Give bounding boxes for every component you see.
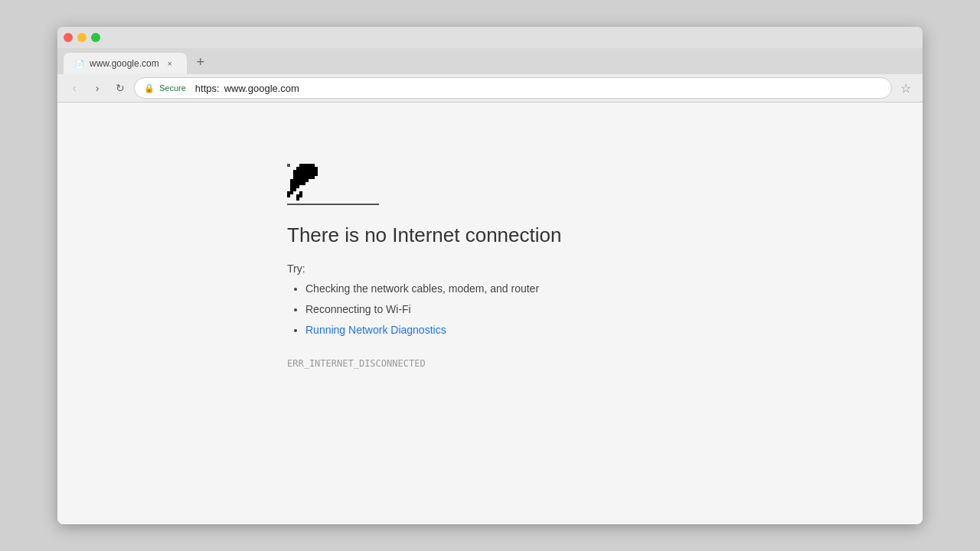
maximize-window-button[interactable] <box>91 33 100 42</box>
tab-title: www.google.com <box>90 58 159 69</box>
suggestions-list: Checking the network cables, modem, and … <box>287 281 539 343</box>
dino-icon <box>287 164 333 202</box>
reload-button[interactable]: ↻ <box>111 79 129 97</box>
address-bar-area: ‹ › ↻ 🔒 Secure https: www.google.com ☆ <box>57 74 923 103</box>
list-item: Reconnecting to Wi-Fi <box>305 302 539 318</box>
run-diagnostics-link[interactable]: Running Network Diagnostics <box>305 324 446 336</box>
dino-pixel-art <box>287 164 290 167</box>
list-item: Running Network Diagnostics <box>305 322 539 338</box>
back-button[interactable]: ‹ <box>65 79 83 97</box>
tab-bar: 📄 www.google.com × + <box>57 48 923 74</box>
title-bar <box>57 27 923 48</box>
error-code: ERR_INTERNET_DISCONNECTED <box>287 358 426 369</box>
browser-tab[interactable]: 📄 www.google.com × <box>64 53 187 74</box>
suggestion-wifi: Reconnecting to Wi-Fi <box>305 303 411 315</box>
suggestion-cables: Checking the network cables, modem, and … <box>305 282 539 295</box>
dino-container <box>287 164 379 205</box>
back-icon: ‹ <box>73 82 77 94</box>
close-tab-button[interactable]: × <box>164 57 176 70</box>
url-prefix: https: <box>195 83 220 94</box>
forward-button[interactable]: › <box>88 79 106 97</box>
try-label: Try: <box>287 262 305 275</box>
bookmark-button[interactable]: ☆ <box>897 79 915 97</box>
reload-icon: ↻ <box>116 82 125 94</box>
bookmark-icon: ☆ <box>900 81 911 96</box>
list-item: Checking the network cables, modem, and … <box>305 281 539 297</box>
forward-icon: › <box>96 82 100 94</box>
new-tab-icon: + <box>196 54 204 70</box>
tab-favicon-icon: 📄 <box>74 58 85 69</box>
error-page: There is no Internet connection Try: Che… <box>57 103 923 524</box>
new-tab-button[interactable]: + <box>190 51 211 73</box>
browser-window: 📄 www.google.com × + ‹ › ↻ 🔒 Secure http… <box>57 27 923 524</box>
address-bar[interactable]: 🔒 Secure https: www.google.com <box>134 77 892 99</box>
ground-line <box>287 204 379 205</box>
minimize-window-button[interactable] <box>77 33 87 42</box>
window-controls <box>64 33 100 42</box>
error-title: There is no Internet connection <box>287 223 561 247</box>
close-window-button[interactable] <box>64 33 73 42</box>
secure-icon: 🔒 <box>144 83 155 93</box>
url-host: www.google.com <box>224 83 299 94</box>
secure-label: Secure <box>159 83 186 93</box>
